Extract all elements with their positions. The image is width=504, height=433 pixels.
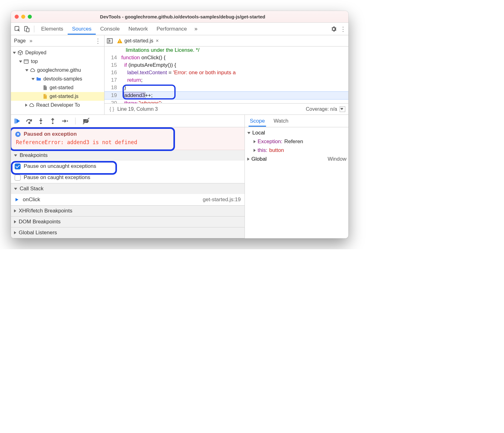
window-title: DevTools - googlechrome.github.io/devtoo…: [36, 14, 329, 19]
kebab-menu-icon[interactable]: ⋮: [340, 25, 346, 33]
svg-rect-3: [24, 60, 28, 63]
tab-scope[interactable]: Scope: [249, 115, 266, 127]
pause-message: Paused on exception ReferenceError: adde…: [11, 127, 245, 150]
svg-rect-9: [15, 119, 16, 124]
svg-point-10: [29, 122, 30, 124]
navigator-pane: Page » ⋮ Deployed top googlechrome.githu…: [11, 35, 104, 114]
window-icon: [23, 59, 29, 64]
global-listeners-header[interactable]: Global Listeners: [11, 227, 245, 238]
main-toolbar: Elements Sources Console Network Perform…: [11, 23, 348, 35]
scope-pane: Scope Watch Local Exception: Referen thi…: [245, 115, 348, 238]
step-out-icon[interactable]: [49, 117, 56, 125]
devtools-window: DevTools - googlechrome.github.io/devtoo…: [11, 11, 348, 238]
tree-top[interactable]: top: [11, 57, 104, 66]
svg-point-12: [52, 122, 54, 124]
tab-watch[interactable]: Watch: [272, 115, 290, 127]
file-tree: Deployed top googlechrome.githu devtools…: [11, 46, 104, 111]
svg-rect-7: [119, 40, 120, 41]
editor-filename[interactable]: get-started.js: [124, 38, 153, 44]
svg-point-11: [40, 122, 42, 124]
tree-folder[interactable]: devtools-samples: [11, 75, 104, 83]
coverage-dropdown-icon[interactable]: [340, 106, 345, 112]
more-tabs-icon[interactable]: »: [191, 26, 201, 32]
tree-extension[interactable]: React Developer To: [11, 101, 104, 109]
scope-this[interactable]: this: button: [245, 146, 348, 155]
editor-statusbar: { } Line 19, Column 3 Coverage: n/a: [104, 103, 348, 114]
warning-icon: [117, 38, 123, 44]
debugger-toolbar: [11, 115, 245, 127]
tab-console[interactable]: Console: [96, 23, 124, 35]
step-icon[interactable]: [61, 117, 68, 125]
tab-network[interactable]: Network: [124, 23, 152, 35]
folder-icon: [36, 76, 41, 82]
close-window-icon[interactable]: [15, 15, 19, 19]
tab-sources[interactable]: Sources: [68, 23, 96, 35]
tree-domain[interactable]: googlechrome.githu: [11, 66, 104, 75]
editor-tabbar: get-started.js ×: [104, 35, 348, 46]
debugger-pane: Paused on exception ReferenceError: adde…: [11, 115, 245, 238]
current-frame-icon: [15, 197, 20, 202]
device-toolbar-icon[interactable]: [23, 25, 31, 33]
settings-icon[interactable]: [330, 26, 337, 32]
callstack-frame[interactable]: onClick get-started.js:19: [11, 194, 245, 205]
deactivate-breakpoints-icon[interactable]: [82, 117, 90, 125]
navigator-tab-page[interactable]: Page: [14, 38, 26, 44]
navigator-more-tabs-icon[interactable]: »: [29, 38, 32, 44]
error-text: ReferenceError: addend3 is not defined: [16, 139, 240, 145]
step-into-icon[interactable]: [37, 117, 45, 125]
checkbox-icon[interactable]: [15, 163, 21, 169]
navigator-header: Page » ⋮: [11, 35, 104, 46]
minimize-window-icon[interactable]: [21, 15, 25, 19]
svg-rect-8: [119, 42, 120, 43]
scope-exception[interactable]: Exception: Referen: [245, 137, 348, 146]
checkbox-icon[interactable]: [15, 175, 21, 181]
separator: [34, 26, 34, 32]
titlebar: DevTools - googlechrome.github.io/devtoo…: [11, 11, 348, 23]
pause-uncaught-row[interactable]: Pause on uncaught exceptions: [11, 161, 245, 172]
svg-point-13: [67, 120, 68, 122]
zoom-window-icon[interactable]: [28, 15, 32, 19]
error-icon: [15, 132, 21, 137]
tree-file-js[interactable]: get-started.js: [11, 92, 104, 101]
cube-icon: [17, 50, 23, 56]
pause-caught-row[interactable]: Pause on caught exceptions: [11, 172, 245, 183]
scope-global[interactable]: GlobalWindow: [245, 155, 348, 163]
separator: [75, 118, 75, 124]
tab-elements[interactable]: Elements: [37, 23, 68, 35]
code-editor[interactable]: limitations under the License. */ 14func…: [104, 46, 348, 103]
dom-breakpoints-header[interactable]: DOM Breakpoints: [11, 216, 245, 227]
resume-icon[interactable]: [13, 117, 21, 125]
inspect-icon[interactable]: [13, 25, 22, 33]
annotation-box: [123, 85, 176, 100]
navigator-menu-icon[interactable]: ⋮: [95, 37, 101, 45]
editor-pane: get-started.js × limitations under the L…: [104, 35, 348, 114]
callstack-header[interactable]: Call Stack: [11, 183, 245, 194]
tree-deployed[interactable]: Deployed: [11, 48, 104, 57]
js-file-icon: [42, 94, 48, 99]
cloud-icon: [30, 67, 35, 73]
breakpoints-header[interactable]: Breakpoints: [11, 150, 245, 161]
cloud-icon: [29, 102, 34, 108]
tab-performance[interactable]: Performance: [152, 23, 191, 35]
close-tab-icon[interactable]: ×: [156, 38, 158, 44]
step-over-icon[interactable]: [25, 117, 33, 125]
xhr-breakpoints-header[interactable]: XHR/fetch Breakpoints: [11, 206, 245, 216]
cursor-position: Line 19, Column 3: [117, 106, 158, 112]
tree-file-html[interactable]: get-started: [11, 83, 104, 92]
pretty-print-icon[interactable]: { }: [109, 106, 114, 112]
svg-rect-2: [27, 28, 29, 32]
toggle-navigator-icon[interactable]: [106, 37, 113, 44]
traffic-lights: [15, 15, 32, 19]
scope-local[interactable]: Local: [245, 129, 348, 137]
coverage-label: Coverage: n/a: [306, 106, 337, 112]
file-icon: [42, 85, 48, 90]
